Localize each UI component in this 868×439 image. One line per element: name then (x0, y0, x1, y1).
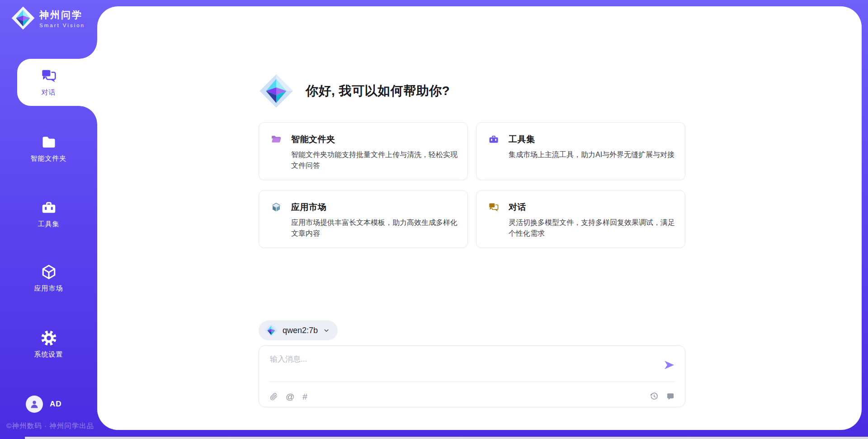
sidebar-item-smart-folder[interactable]: 智能文件夹 (0, 134, 97, 163)
hashtag-button[interactable]: # (302, 392, 307, 401)
composer-divider (269, 382, 675, 382)
card-app-market[interactable]: 应用市场 应用市场提供丰富长文本模板，助力高效生成多样化文章内容 (259, 190, 468, 248)
card-title: 智能文件夹 (291, 134, 335, 145)
model-selector[interactable]: qwen2:7b (259, 320, 338, 340)
card-title: 应用市场 (291, 201, 326, 213)
card-description: 智能文件夹功能支持批量文件上传与清洗，轻松实现文件问答 (291, 149, 458, 171)
sidebar-item-label: 智能文件夹 (0, 154, 97, 163)
folder-icon (41, 134, 57, 150)
sidebar-item-chat[interactable]: 对话 (0, 68, 97, 97)
card-title: 工具集 (509, 134, 535, 145)
attach-file-button[interactable] (270, 393, 278, 401)
greeting-title: 你好, 我可以如何帮助你? (306, 82, 450, 100)
card-toolset[interactable]: 工具集 集成市场上主流工具，助力AI与外界无缝扩展与对接 (476, 122, 685, 180)
feature-cards: 智能文件夹 智能文件夹功能支持批量文件上传与清洗，轻松实现文件问答 工具集 集成… (259, 122, 685, 248)
avatar (26, 396, 43, 413)
toolbox-icon (488, 134, 499, 145)
chat-icon (41, 68, 57, 84)
brand-name: 神州问学 (39, 9, 85, 21)
copyright-text: ©神州数码 · 神州问学出品 (6, 421, 94, 431)
sidebar-item-label: 工具集 (0, 220, 97, 229)
user-profile[interactable]: AD (26, 396, 62, 413)
person-icon (29, 399, 40, 410)
sidebar-item-label: 系统设置 (0, 350, 97, 359)
diamond-logo-icon (259, 73, 294, 109)
sidebar-item-toolset[interactable]: 工具集 (0, 200, 97, 229)
message-input[interactable] (259, 346, 685, 378)
user-name: AD (50, 400, 62, 409)
send-button[interactable] (664, 359, 675, 371)
folder-icon (271, 134, 282, 145)
tab-flare-top (79, 41, 97, 59)
sidebar-item-label: 对话 (0, 88, 97, 97)
chat-mode-button[interactable] (666, 392, 675, 401)
history-icon (650, 392, 659, 401)
briefcase-icon (41, 200, 57, 216)
sidebar-item-settings[interactable]: 系统设置 (0, 330, 97, 359)
history-button[interactable] (650, 392, 659, 401)
gear-icon (41, 330, 57, 346)
diamond-logo-icon (264, 324, 278, 337)
card-title: 对话 (509, 201, 526, 213)
card-description: 应用市场提供丰富长文本模板，助力高效生成多样化文章内容 (291, 217, 458, 239)
sidebar-item-app-market[interactable]: 应用市场 (0, 264, 97, 293)
sidebar-item-label: 应用市场 (0, 284, 97, 293)
chevron-down-icon (322, 326, 330, 334)
at-icon: @ (286, 392, 294, 401)
brand-diamond-icon (11, 6, 35, 30)
paperclip-icon (270, 393, 278, 401)
card-description: 集成市场上主流工具，助力AI与外界无缝扩展与对接 (509, 149, 675, 160)
bottom-edge-strip (25, 437, 868, 439)
send-icon (664, 359, 675, 371)
brand-subtitle: Smart Vision (39, 23, 85, 28)
greeting-row: 你好, 我可以如何帮助你? (259, 73, 685, 109)
model-name: qwen2:7b (283, 326, 318, 335)
tab-flare-bottom (79, 106, 97, 124)
chat-bubble-icon (666, 392, 675, 401)
card-description: 灵活切换多模型文件，支持多样回复效果调试，满足个性化需求 (509, 217, 675, 239)
message-composer: @ # (259, 345, 685, 407)
main-content-panel: 你好, 我可以如何帮助你? 智能文件夹 智能文件夹功能支持批量文件上传与清洗，轻… (97, 6, 862, 430)
mention-button[interactable]: @ (286, 392, 294, 401)
cube-icon (41, 264, 57, 280)
app-logo: 神州问学 Smart Vision (11, 6, 85, 30)
cube-icon (271, 202, 282, 213)
card-smart-folder[interactable]: 智能文件夹 智能文件夹功能支持批量文件上传与清洗，轻松实现文件问答 (259, 122, 468, 180)
hash-icon: # (302, 392, 307, 401)
card-chat[interactable]: 对话 灵活切换多模型文件，支持多样回复效果调试，满足个性化需求 (476, 190, 685, 248)
chat-icon (488, 202, 499, 213)
